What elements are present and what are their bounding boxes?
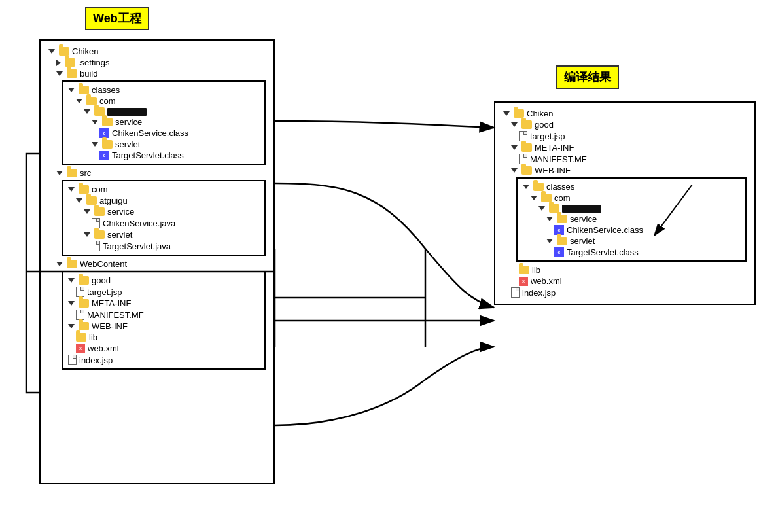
expand-icon (546, 239, 553, 243)
folder-icon (521, 120, 532, 129)
item-label: servlet (115, 139, 140, 149)
list-item: c ChikenService.class (99, 128, 259, 139)
item-label: index.jsp (522, 288, 556, 298)
expand-icon (48, 49, 55, 54)
expand-icon (511, 122, 518, 127)
expand-icon (538, 206, 545, 211)
list-item: com (531, 192, 740, 204)
folder-icon (67, 69, 77, 78)
class-icon: c (99, 151, 109, 160)
root-label: Chiken (527, 109, 553, 118)
list-item: target.jsp (519, 130, 747, 142)
folder-icon (557, 215, 567, 223)
item-label: index.jsp (79, 355, 113, 365)
right-tree-box: Chiken good target.jsp META-INF MANIFEST… (494, 101, 756, 305)
item-label: atguigu (99, 196, 128, 205)
list-item: WebContent (56, 258, 266, 270)
folder-icon (102, 118, 113, 126)
item-label: MANIFEST.MF (530, 154, 587, 164)
item-label: ChikenService.java (103, 219, 175, 228)
item-label: lib (89, 332, 97, 342)
folder-icon (79, 86, 89, 94)
item-label: build (80, 69, 97, 79)
expand-icon (76, 99, 82, 103)
folder-icon (79, 299, 89, 308)
item-label: good (92, 275, 111, 285)
class-icon: c (554, 225, 564, 235)
folder-icon (79, 322, 89, 330)
item-label: web.xml (88, 344, 119, 353)
item-label: WebContent (80, 259, 127, 269)
item-label: com (554, 193, 571, 203)
censored-label (562, 205, 601, 213)
list-item: classes (68, 84, 259, 96)
list-item: META-INF (511, 142, 747, 153)
xml-icon: X (519, 277, 528, 286)
list-item: lib (519, 264, 747, 275)
list-item: service (92, 116, 259, 128)
item-label: web.xml (531, 276, 562, 286)
list-item: servlet (84, 229, 259, 240)
expand-icon (56, 60, 61, 66)
expand-icon (84, 232, 90, 237)
expand-icon (531, 196, 537, 200)
item-label: service (107, 207, 134, 217)
class-icon: c (554, 247, 564, 257)
expand-icon (68, 301, 75, 306)
list-item: MANIFEST.MF (519, 153, 747, 165)
expand-icon (511, 145, 518, 150)
expand-icon (511, 168, 518, 173)
folder-icon (557, 237, 567, 245)
jsp-icon (76, 287, 84, 297)
expand-icon (68, 278, 75, 283)
class-icon: c (99, 128, 109, 138)
list-item: ChikenService.java (92, 217, 259, 229)
webcontent-inner-box: good target.jsp META-INF MANIFEST.MF WEB… (62, 271, 266, 370)
folder-icon (514, 109, 524, 118)
list-item: X web.xml (76, 343, 259, 354)
list-item: index.jsp (511, 287, 747, 298)
list-item: c ChikenService.class (554, 224, 740, 236)
list-item: service (546, 213, 740, 224)
item-label: com (99, 96, 116, 106)
folder-icon (59, 47, 69, 56)
xml-icon: X (76, 344, 85, 353)
item-label: classes (546, 182, 574, 192)
folder-icon (94, 230, 105, 239)
list-item: servlet (92, 139, 259, 150)
list-item: target.jsp (76, 286, 259, 298)
item-label: target.jsp (530, 132, 565, 141)
item-label: TargetServlet.class (567, 247, 639, 257)
folder-icon (94, 207, 105, 216)
folder-icon (86, 196, 97, 205)
left-root: Chiken (48, 46, 266, 57)
root-label: Chiken (72, 46, 98, 56)
folder-icon (67, 169, 77, 177)
expand-icon (56, 171, 63, 175)
folder-icon (79, 185, 89, 194)
folder-icon (519, 266, 529, 274)
expand-icon (84, 109, 90, 114)
item-label: WEB-INF (92, 321, 128, 331)
item-label: META-INF (535, 143, 574, 152)
folder-icon (79, 276, 89, 285)
list-item: atguigu (76, 195, 259, 206)
expand-icon (68, 324, 75, 328)
item-label: service (115, 117, 142, 127)
manifest-icon (76, 310, 84, 320)
list-item (84, 107, 259, 116)
folder-icon (102, 140, 113, 149)
expand-icon (503, 111, 510, 116)
compile-result-label: 编译结果 (556, 65, 619, 89)
jsp-icon (68, 355, 77, 365)
list-item: classes (523, 181, 740, 192)
list-item: c TargetServlet.class (99, 150, 259, 161)
manifest-icon (519, 154, 527, 164)
censored-label (107, 108, 147, 116)
jsp-icon (511, 287, 520, 298)
expand-icon (68, 88, 75, 92)
java-icon (92, 218, 100, 228)
list-item: .settings (56, 57, 266, 68)
list-item (538, 204, 740, 213)
folder-icon (67, 260, 77, 268)
